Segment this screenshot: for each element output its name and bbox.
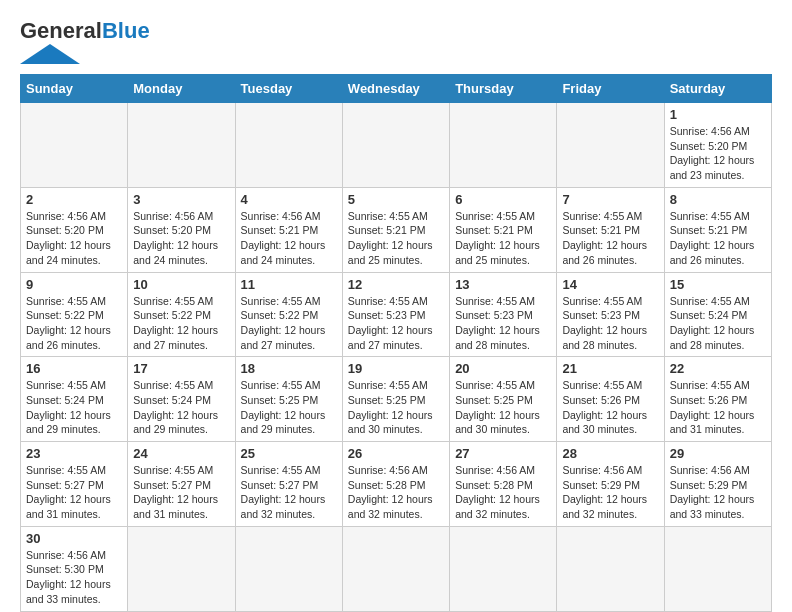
logo-text: GeneralBlue [20, 20, 150, 42]
day-number: 11 [241, 277, 337, 292]
logo-icon [20, 44, 80, 64]
day-number: 23 [26, 446, 122, 461]
day-number: 7 [562, 192, 658, 207]
day-info: Sunrise: 4:55 AM Sunset: 5:27 PM Dayligh… [241, 463, 337, 522]
day-number: 13 [455, 277, 551, 292]
day-number: 4 [241, 192, 337, 207]
logo-general: General [20, 18, 102, 43]
day-number: 28 [562, 446, 658, 461]
day-cell: 2Sunrise: 4:56 AM Sunset: 5:20 PM Daylig… [21, 187, 128, 272]
day-info: Sunrise: 4:55 AM Sunset: 5:26 PM Dayligh… [562, 378, 658, 437]
weekday-header-row: SundayMondayTuesdayWednesdayThursdayFrid… [21, 75, 772, 103]
day-cell: 9Sunrise: 4:55 AM Sunset: 5:22 PM Daylig… [21, 272, 128, 357]
day-cell [557, 103, 664, 188]
day-info: Sunrise: 4:55 AM Sunset: 5:22 PM Dayligh… [26, 294, 122, 353]
day-info: Sunrise: 4:56 AM Sunset: 5:21 PM Dayligh… [241, 209, 337, 268]
day-number: 3 [133, 192, 229, 207]
day-cell [557, 526, 664, 611]
day-cell: 25Sunrise: 4:55 AM Sunset: 5:27 PM Dayli… [235, 442, 342, 527]
day-cell [342, 526, 449, 611]
day-info: Sunrise: 4:55 AM Sunset: 5:24 PM Dayligh… [26, 378, 122, 437]
day-info: Sunrise: 4:55 AM Sunset: 5:22 PM Dayligh… [241, 294, 337, 353]
day-info: Sunrise: 4:55 AM Sunset: 5:21 PM Dayligh… [670, 209, 766, 268]
day-cell [128, 526, 235, 611]
weekday-header-wednesday: Wednesday [342, 75, 449, 103]
day-cell: 23Sunrise: 4:55 AM Sunset: 5:27 PM Dayli… [21, 442, 128, 527]
day-cell: 1Sunrise: 4:56 AM Sunset: 5:20 PM Daylig… [664, 103, 771, 188]
day-cell: 6Sunrise: 4:55 AM Sunset: 5:21 PM Daylig… [450, 187, 557, 272]
logo-blue: Blue [102, 18, 150, 43]
weekday-header-sunday: Sunday [21, 75, 128, 103]
day-cell: 7Sunrise: 4:55 AM Sunset: 5:21 PM Daylig… [557, 187, 664, 272]
day-number: 27 [455, 446, 551, 461]
day-info: Sunrise: 4:55 AM Sunset: 5:23 PM Dayligh… [348, 294, 444, 353]
day-number: 14 [562, 277, 658, 292]
day-cell: 27Sunrise: 4:56 AM Sunset: 5:28 PM Dayli… [450, 442, 557, 527]
day-cell: 12Sunrise: 4:55 AM Sunset: 5:23 PM Dayli… [342, 272, 449, 357]
day-cell: 26Sunrise: 4:56 AM Sunset: 5:28 PM Dayli… [342, 442, 449, 527]
day-number: 15 [670, 277, 766, 292]
day-cell: 19Sunrise: 4:55 AM Sunset: 5:25 PM Dayli… [342, 357, 449, 442]
day-number: 22 [670, 361, 766, 376]
logo: GeneralBlue [20, 20, 150, 64]
day-info: Sunrise: 4:55 AM Sunset: 5:21 PM Dayligh… [348, 209, 444, 268]
day-cell [235, 526, 342, 611]
day-cell: 4Sunrise: 4:56 AM Sunset: 5:21 PM Daylig… [235, 187, 342, 272]
week-row-0: 1Sunrise: 4:56 AM Sunset: 5:20 PM Daylig… [21, 103, 772, 188]
calendar: SundayMondayTuesdayWednesdayThursdayFrid… [20, 74, 772, 612]
day-cell: 8Sunrise: 4:55 AM Sunset: 5:21 PM Daylig… [664, 187, 771, 272]
day-number: 16 [26, 361, 122, 376]
weekday-header-saturday: Saturday [664, 75, 771, 103]
day-info: Sunrise: 4:55 AM Sunset: 5:26 PM Dayligh… [670, 378, 766, 437]
week-row-5: 30Sunrise: 4:56 AM Sunset: 5:30 PM Dayli… [21, 526, 772, 611]
week-row-2: 9Sunrise: 4:55 AM Sunset: 5:22 PM Daylig… [21, 272, 772, 357]
day-cell: 16Sunrise: 4:55 AM Sunset: 5:24 PM Dayli… [21, 357, 128, 442]
weekday-header-tuesday: Tuesday [235, 75, 342, 103]
day-cell [664, 526, 771, 611]
day-info: Sunrise: 4:56 AM Sunset: 5:28 PM Dayligh… [455, 463, 551, 522]
day-number: 26 [348, 446, 444, 461]
week-row-1: 2Sunrise: 4:56 AM Sunset: 5:20 PM Daylig… [21, 187, 772, 272]
day-number: 24 [133, 446, 229, 461]
weekday-header-friday: Friday [557, 75, 664, 103]
day-number: 9 [26, 277, 122, 292]
day-info: Sunrise: 4:55 AM Sunset: 5:22 PM Dayligh… [133, 294, 229, 353]
day-cell: 11Sunrise: 4:55 AM Sunset: 5:22 PM Dayli… [235, 272, 342, 357]
day-info: Sunrise: 4:56 AM Sunset: 5:30 PM Dayligh… [26, 548, 122, 607]
day-info: Sunrise: 4:55 AM Sunset: 5:27 PM Dayligh… [26, 463, 122, 522]
day-cell: 21Sunrise: 4:55 AM Sunset: 5:26 PM Dayli… [557, 357, 664, 442]
day-cell: 20Sunrise: 4:55 AM Sunset: 5:25 PM Dayli… [450, 357, 557, 442]
day-info: Sunrise: 4:56 AM Sunset: 5:20 PM Dayligh… [670, 124, 766, 183]
day-info: Sunrise: 4:55 AM Sunset: 5:21 PM Dayligh… [455, 209, 551, 268]
day-info: Sunrise: 4:55 AM Sunset: 5:24 PM Dayligh… [133, 378, 229, 437]
day-number: 2 [26, 192, 122, 207]
day-info: Sunrise: 4:56 AM Sunset: 5:20 PM Dayligh… [26, 209, 122, 268]
day-number: 20 [455, 361, 551, 376]
day-info: Sunrise: 4:55 AM Sunset: 5:25 PM Dayligh… [241, 378, 337, 437]
day-info: Sunrise: 4:55 AM Sunset: 5:25 PM Dayligh… [348, 378, 444, 437]
day-info: Sunrise: 4:55 AM Sunset: 5:27 PM Dayligh… [133, 463, 229, 522]
day-cell [450, 103, 557, 188]
day-cell: 29Sunrise: 4:56 AM Sunset: 5:29 PM Dayli… [664, 442, 771, 527]
day-info: Sunrise: 4:55 AM Sunset: 5:25 PM Dayligh… [455, 378, 551, 437]
week-row-4: 23Sunrise: 4:55 AM Sunset: 5:27 PM Dayli… [21, 442, 772, 527]
day-cell: 22Sunrise: 4:55 AM Sunset: 5:26 PM Dayli… [664, 357, 771, 442]
day-info: Sunrise: 4:56 AM Sunset: 5:29 PM Dayligh… [670, 463, 766, 522]
header: GeneralBlue [20, 20, 772, 64]
day-cell: 14Sunrise: 4:55 AM Sunset: 5:23 PM Dayli… [557, 272, 664, 357]
day-info: Sunrise: 4:55 AM Sunset: 5:23 PM Dayligh… [455, 294, 551, 353]
day-number: 17 [133, 361, 229, 376]
day-number: 21 [562, 361, 658, 376]
day-number: 29 [670, 446, 766, 461]
day-info: Sunrise: 4:56 AM Sunset: 5:20 PM Dayligh… [133, 209, 229, 268]
day-cell [128, 103, 235, 188]
week-row-3: 16Sunrise: 4:55 AM Sunset: 5:24 PM Dayli… [21, 357, 772, 442]
weekday-header-monday: Monday [128, 75, 235, 103]
day-info: Sunrise: 4:55 AM Sunset: 5:24 PM Dayligh… [670, 294, 766, 353]
day-number: 1 [670, 107, 766, 122]
day-cell [235, 103, 342, 188]
svg-rect-1 [40, 54, 60, 64]
weekday-header-thursday: Thursday [450, 75, 557, 103]
day-info: Sunrise: 4:56 AM Sunset: 5:28 PM Dayligh… [348, 463, 444, 522]
day-cell [450, 526, 557, 611]
